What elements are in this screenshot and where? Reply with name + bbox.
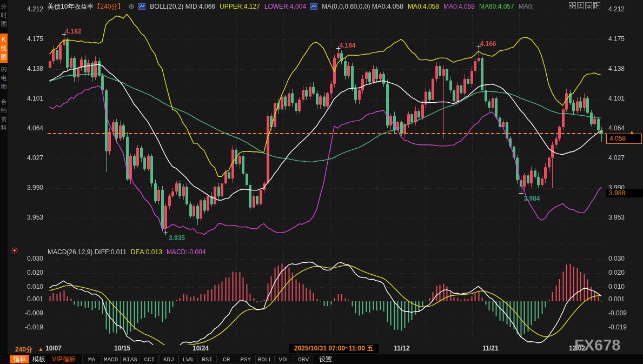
sidebar-tab-2[interactable]: K线图 xyxy=(0,34,8,63)
indicator-button-vol[interactable]: VOL xyxy=(275,355,294,363)
settings-button[interactable]: 设置 xyxy=(316,355,335,363)
header-boll: BOLL(20,2) MID:4.066 xyxy=(150,2,215,11)
price-tick-right: 4.138 xyxy=(608,65,625,72)
price-tick-left: 3.953 xyxy=(16,214,43,221)
secondary-price-badge: 3.988 xyxy=(606,189,643,197)
header-ma60: MA60:4.057 xyxy=(479,2,514,11)
indicator-button-obv[interactable]: OBV xyxy=(294,355,313,363)
layout-b-icon[interactable] xyxy=(585,2,592,9)
sidebar-tab-3[interactable]: 闪电图 xyxy=(0,65,8,91)
header-ma0-2: MA0:4.058 xyxy=(408,2,439,11)
indicator-button-cci[interactable]: CCI xyxy=(140,355,159,363)
price-tick-left: 4.101 xyxy=(16,95,43,102)
macd-tick-right: 0.010 xyxy=(608,283,625,290)
header-ma-params: MA(0,0,0,60,0,0) MA0:4.058 xyxy=(322,2,403,11)
price-tick-left: 3.990 xyxy=(16,184,43,191)
price-tick-left: 4.064 xyxy=(16,124,43,132)
indicator-button-macd[interactable]: MACD xyxy=(101,355,121,363)
price-tick-right: 4.101 xyxy=(608,95,625,102)
price-tick-right: 4.175 xyxy=(608,35,625,43)
price-tick-right: 4.027 xyxy=(608,154,625,162)
date-label: 11/12 xyxy=(394,345,409,352)
macd-tick-left: -0.009 xyxy=(16,309,43,317)
macd-tick-right: 0.030 xyxy=(608,255,625,262)
period-selector[interactable]: 240分 xyxy=(15,345,32,354)
boll-chart-icon[interactable] xyxy=(138,2,145,11)
indicator-button-ma[interactable]: MA xyxy=(82,355,102,363)
indicator-button-lw&[interactable]: LW& xyxy=(178,355,198,363)
header-upper: UPPER:4.127 xyxy=(220,2,260,11)
macd-tick-right: -0.009 xyxy=(608,309,627,317)
indicator-button-kdj[interactable]: KDJ xyxy=(159,355,178,363)
window-controls xyxy=(569,2,601,12)
date-range-highlight: 2025/10/31 07:00~11:00 五 xyxy=(289,344,379,353)
trading-app-window: 美债10年收益率【240分】⊕BOLL(20,2) MID:4.066UPPER… xyxy=(0,0,643,364)
toolbar-tab-2[interactable]: 模板 xyxy=(31,355,47,363)
macd-tick-left: -0.019 xyxy=(16,323,43,331)
macd-header-macd-val: MACD:-0.004 xyxy=(167,248,206,256)
price-tick-right: 3.953 xyxy=(608,214,625,221)
current-price-arrow-icon: ▲ xyxy=(629,129,634,135)
indicator-button-bias[interactable]: BIAS xyxy=(121,355,140,363)
date-label: 10/07 xyxy=(45,345,62,352)
price-tick-right: 4.064 xyxy=(608,124,625,132)
move-icon[interactable] xyxy=(569,2,576,9)
header-lower: LOWER:4.004 xyxy=(264,2,306,11)
chart-header: 美债10年收益率【240分】⊕BOLL(20,2) MID:4.066UPPER… xyxy=(48,2,538,10)
macd-tick-right: -0.019 xyxy=(608,323,627,331)
extreme-price-annotation: 4.166 xyxy=(480,40,496,48)
price-tick-left: 4.027 xyxy=(16,154,43,162)
price-tick-left: 4.175 xyxy=(16,35,43,43)
indicator-button-rsi[interactable]: RSI xyxy=(197,355,217,363)
extreme-price-annotation: 3.984 xyxy=(524,195,540,202)
macd-tick-left: 0.020 xyxy=(16,269,43,276)
price-tick-right: 4.212 xyxy=(608,5,625,13)
date-label: 11/21 xyxy=(482,345,498,352)
macd-tick-right: 0.020 xyxy=(608,269,625,276)
layout-a-icon[interactable] xyxy=(577,2,584,9)
indicator-button-cr[interactable]: CR xyxy=(217,355,236,363)
macd-tick-right: 0.001 xyxy=(608,295,625,303)
header-ma0-3: MA0:4.058 xyxy=(443,2,475,11)
extreme-price-annotation: 3.935 xyxy=(169,234,185,242)
sidebar-tab-1[interactable]: 分时图 xyxy=(0,2,8,28)
header-period: 【240分】 xyxy=(94,2,124,11)
layout-c-icon[interactable] xyxy=(593,2,600,9)
bottom-toolbar: 指标模板VIP指标MAMACDBIASCCIKDJLW&RSICRPSYBOLL… xyxy=(8,354,643,364)
header-title: 美债10年收益率 xyxy=(48,2,94,11)
macd-header: MACD(26,12,9) DIFF:0.011DEA:0.013MACD:-0… xyxy=(48,248,210,255)
watermark: FX678 xyxy=(574,336,620,354)
macd-tick-left: 0.010 xyxy=(16,283,43,290)
price-macd-chart-canvas[interactable] xyxy=(0,0,643,364)
indicator-button-psy[interactable]: PSY xyxy=(236,355,255,363)
ma-chart-icon[interactable] xyxy=(310,2,317,11)
plus-circle-icon[interactable]: ⊕ xyxy=(128,2,134,11)
indicator-button-boll[interactable]: BOLL xyxy=(255,355,275,363)
toolbar-tab-1[interactable]: 指标 xyxy=(10,355,29,363)
current-price-badge: 4.058 xyxy=(606,134,642,144)
macd-header-dea: DEA:0.013 xyxy=(131,248,162,256)
date-label: 10/15 xyxy=(114,345,130,352)
macd-tick-left: 0.030 xyxy=(16,255,43,262)
date-label: 10/24 xyxy=(193,345,209,352)
extreme-price-annotation: 4.182 xyxy=(65,28,82,35)
header-ma0-5: MA0: xyxy=(519,2,534,11)
macd-header-macd-label: MACD(26,12,9) DIFF:0.011 xyxy=(48,248,127,256)
chart-type-sidebar: 分时图K线图闪电图合约资料 xyxy=(0,0,8,364)
sidebar-tab-4[interactable]: 合约资料 xyxy=(0,97,8,132)
period-dropdown-icon[interactable]: ▲ xyxy=(38,346,44,352)
price-tick-left: 4.212 xyxy=(16,5,43,13)
macd-tick-left: 0.001 xyxy=(16,295,43,303)
extreme-price-annotation: 4.164 xyxy=(340,42,356,49)
price-tick-left: 4.138 xyxy=(16,65,43,72)
toolbar-tab-3[interactable]: VIP指标 xyxy=(50,355,78,363)
